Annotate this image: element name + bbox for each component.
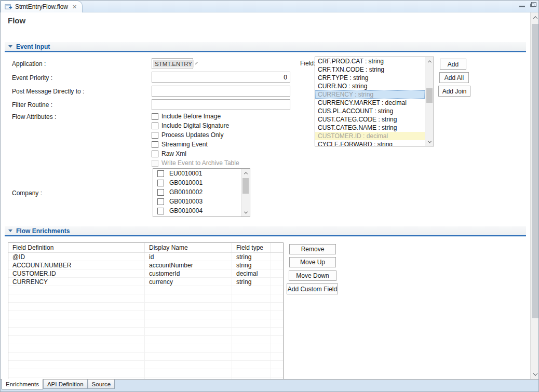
cell-field-definition: CURRENCY [8, 278, 145, 286]
company-label: GB0010005 [169, 217, 203, 217]
tab-api-definition[interactable]: API Definition [43, 380, 88, 389]
remove-button[interactable]: Remove [289, 244, 336, 254]
add-button[interactable]: Add [440, 59, 466, 70]
company-checkbox[interactable] [157, 180, 164, 186]
company-label: GB0010001 [169, 179, 203, 186]
minimize-view-icon[interactable] [519, 3, 525, 7]
scroll-down-icon[interactable] [531, 370, 539, 379]
column-header-display-name[interactable]: Display Name [145, 243, 232, 252]
move-down-button[interactable]: Move Down [289, 271, 336, 281]
add-custom-field-button[interactable]: Add Custom Field [287, 283, 338, 294]
company-list-scrollbar[interactable] [241, 169, 250, 217]
checkbox-include-digital-signature[interactable] [152, 123, 158, 129]
field-list-item[interactable]: CRF.TYPE : string [315, 74, 425, 82]
checkbox-label: Include Before Image [161, 113, 221, 120]
attribute-row: Raw Xml [152, 150, 186, 157]
scroll-down-icon[interactable] [425, 138, 434, 146]
checkbox-label: Raw Xml [161, 150, 186, 157]
company-item[interactable]: GB0010002 [153, 187, 250, 197]
flow-editor-icon [5, 3, 12, 11]
scroll-up-icon[interactable] [425, 57, 434, 65]
add-join-button[interactable]: Add Join [438, 86, 470, 97]
field-list-item[interactable]: CUST.CATEG.CODE : string [315, 115, 425, 124]
cell-field-type: string [232, 253, 271, 261]
field-list-item[interactable]: CYCLE.FORWARD : string [315, 140, 425, 146]
field-list-item[interactable]: CRF.PROD.CAT : string [315, 57, 425, 65]
field-list-scrollbar[interactable] [425, 57, 434, 146]
field-list-item[interactable]: CURR.NO : string [315, 82, 425, 90]
section-keyline [5, 235, 526, 236]
table-row[interactable]: ACCOUNT.NUMBER accountNumber string [8, 261, 283, 269]
cell-display-name: currency [145, 278, 232, 286]
company-checkbox[interactable] [157, 170, 164, 177]
scrollbar-thumb[interactable] [532, 24, 538, 318]
cell-field-type: string [232, 261, 271, 269]
collapse-triangle-icon[interactable] [8, 229, 12, 232]
company-item[interactable]: EU0010001 [153, 169, 250, 178]
table-row-empty [8, 361, 283, 369]
page-title: Flow [8, 16, 25, 25]
company-list[interactable]: EU0010001 GB0010001 GB0010002 GB0010003 … [153, 168, 250, 217]
move-up-button[interactable]: Move Up [289, 257, 336, 267]
column-header-field-definition[interactable]: Field Definition [8, 243, 145, 252]
collapse-triangle-icon[interactable] [8, 45, 12, 48]
close-tab-icon[interactable]: ✕ [72, 4, 77, 10]
label-post-message: Post Message Directly to : [12, 88, 84, 95]
cell-field-definition: @ID [8, 253, 145, 261]
editor-tab-stmtentryflow[interactable]: StmtEntryFlow.flow ✕ [1, 1, 83, 12]
event-priority-input[interactable] [152, 72, 290, 83]
table-row[interactable]: CUSTOMER.ID customerId decimal [8, 269, 283, 278]
company-checkbox[interactable] [157, 198, 164, 205]
section-header-event-input[interactable]: Event Input [5, 42, 526, 51]
scrollbar-thumb[interactable] [426, 88, 433, 103]
table-row-empty [8, 311, 283, 319]
filter-routine-input[interactable] [152, 99, 290, 110]
company-item[interactable]: GB0010001 [153, 178, 250, 187]
company-label: GB0010003 [169, 198, 203, 205]
field-list-item[interactable]: CUS.PL.ACCOUNT : string [315, 107, 425, 115]
cell-field-type: string [232, 278, 271, 286]
cell-display-name: customerId [145, 269, 232, 277]
company-item[interactable]: GB0010003 [153, 197, 250, 206]
table-row-empty [8, 344, 283, 353]
company-item[interactable]: GB0010005 [153, 215, 250, 217]
checkbox-raw-xml[interactable] [152, 151, 158, 157]
attribute-row: Process Updates Only [152, 131, 223, 139]
field-list-item[interactable]: CUST.CATEG.NAME : string [315, 124, 425, 132]
company-checkbox[interactable] [157, 208, 164, 214]
editor-vertical-scrollbar[interactable] [530, 12, 539, 379]
tab-source[interactable]: Source [88, 380, 115, 389]
post-message-input[interactable] [152, 86, 290, 97]
field-list[interactable]: CRF.PROD.CAT : string CRF.TXN.CODE : str… [315, 57, 434, 146]
field-list-item[interactable]: CRF.TXN.CODE : string [315, 65, 425, 74]
checkbox-include-before-image[interactable] [152, 113, 158, 120]
enrichments-table: Field Definition Display Name Field type… [8, 242, 284, 379]
company-checkbox[interactable] [157, 189, 164, 196]
tab-enrichments[interactable]: Enrichments [2, 379, 43, 389]
label-filter-routine: Filter Routine : [12, 101, 52, 109]
editor-body: Flow Event Input Application : Event Pri… [1, 12, 530, 379]
table-row[interactable]: CURRENCY currency string [8, 278, 283, 286]
field-list-item-added[interactable]: CUSTOMER.ID : decimal [315, 132, 425, 140]
scroll-up-icon[interactable] [241, 169, 250, 177]
scrollbar-thumb[interactable] [242, 178, 249, 194]
field-list-item[interactable]: CURRENCY.MARKET : decimal [315, 99, 425, 107]
checkbox-process-updates-only[interactable] [152, 132, 158, 139]
company-checkbox[interactable] [157, 217, 164, 218]
attribute-row: Write Event to Archive Table [152, 159, 239, 167]
section-header-flow-enrichments[interactable]: Flow Enrichments [5, 226, 526, 235]
scroll-up-icon[interactable] [531, 13, 539, 22]
table-row[interactable]: @ID id string [8, 253, 283, 261]
checkbox-label: Process Updates Only [161, 131, 223, 139]
scroll-down-icon[interactable] [241, 208, 250, 217]
restore-view-icon[interactable] [530, 4, 534, 7]
attribute-row: Include Before Image [152, 113, 221, 120]
company-item[interactable]: GB0010004 [153, 206, 250, 215]
attribute-row: Streaming Event [152, 141, 208, 148]
add-all-button[interactable]: Add All [439, 72, 469, 83]
column-header-field-type[interactable]: Field type [232, 243, 271, 252]
bottom-tabs: Enrichments API Definition Source [2, 380, 115, 389]
field-list-item-selected[interactable]: CURRENCY : string [315, 90, 425, 99]
checkbox-streaming-event[interactable] [152, 141, 158, 148]
application-combo[interactable]: STMT.ENTRY [152, 58, 193, 69]
